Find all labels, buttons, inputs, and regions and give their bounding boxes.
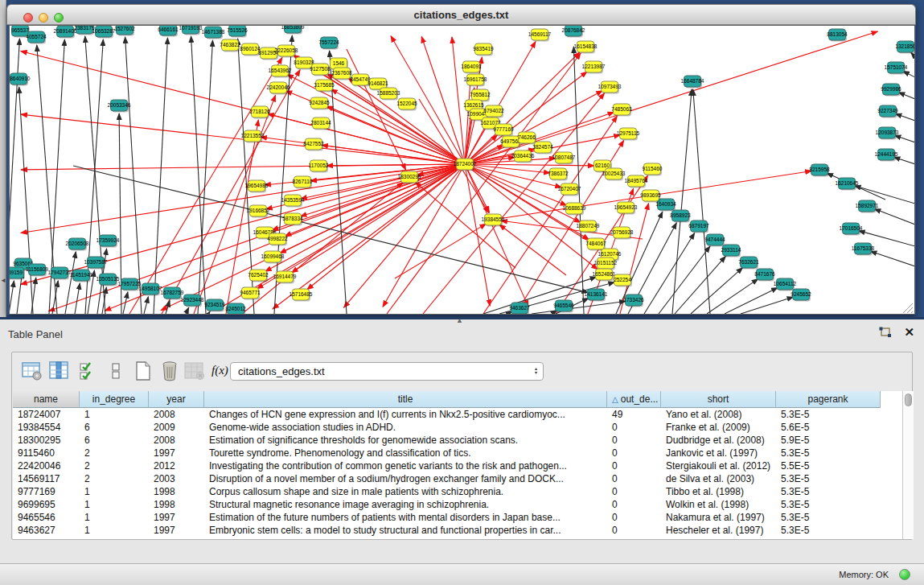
table-cell[interactable]: Tibbo et al. (1998): [661, 485, 776, 498]
table-cell[interactable]: Estimation of the future numbers of pati…: [204, 511, 607, 524]
graph-node-yellow[interactable]: 12213553: [241, 130, 265, 143]
graph-node-teal[interactable]: 9245652: [791, 289, 811, 302]
graph-node-teal[interactable]: 9929986: [881, 84, 901, 97]
table-cell[interactable]: Yano et al. (2008): [661, 408, 776, 421]
graph-node-yellow[interactable]: 7386372: [548, 168, 569, 181]
left-panel-collapse-strip[interactable]: ◄: [0, 0, 6, 319]
graph-node-teal[interactable]: 2933114: [721, 245, 741, 257]
table-cell[interactable]: Jankovic et al. (1997): [661, 447, 776, 459]
graph-node-yellow[interactable]: 5878334: [282, 213, 303, 226]
graph-node-teal[interactable]: 15751074: [885, 62, 908, 75]
float-panel-icon[interactable]: [878, 327, 893, 340]
column-header-short[interactable]: short: [661, 391, 776, 408]
graph-node-teal[interactable]: 9227349: [877, 105, 898, 118]
citation-edge-black[interactable]: [741, 297, 793, 314]
network-select-dropdown[interactable]: citations_edges.txt ▴▾: [230, 362, 544, 381]
table-cell[interactable]: 0: [607, 472, 661, 485]
table-cell[interactable]: 9777169: [13, 485, 80, 498]
graph-node-teal[interactable]: 39159: [10, 267, 25, 280]
graph-node-yellow[interactable]: 18724007: [454, 159, 477, 171]
graph-node-teal[interactable]: 6879197: [688, 220, 709, 233]
table-cell[interactable]: 6: [80, 421, 149, 434]
column-checklist-icon[interactable]: [78, 360, 99, 381]
column-header-in_degree[interactable]: in_degree: [80, 391, 149, 408]
table-cell[interactable]: 1: [80, 485, 149, 498]
table-cell[interactable]: 1: [80, 524, 149, 537]
table-cell[interactable]: 5.3E-5: [776, 447, 881, 459]
column-header-pagerank[interactable]: pagerank: [776, 391, 881, 408]
table-row[interactable]: 946554611997Estimation of the future num…: [13, 511, 902, 524]
graph-node-teal[interactable]: 12093873: [876, 127, 899, 140]
table-cell[interactable]: 0: [607, 447, 661, 459]
table-cell[interactable]: 5.5E-5: [776, 459, 881, 472]
table-cell[interactable]: 5.3E-5: [776, 511, 881, 524]
citation-edge-black[interactable]: [870, 251, 914, 266]
citation-edge-red[interactable]: [242, 182, 403, 314]
citation-edge-black[interactable]: [644, 233, 695, 314]
graph-node-teal[interactable]: 1733426: [623, 295, 644, 307]
table-cell[interactable]: 49: [607, 408, 661, 421]
graph-node-teal[interactable]: 14958107: [139, 283, 162, 296]
graph-node-teal[interactable]: 16853809: [281, 26, 305, 35]
table-cell[interactable]: 0: [607, 511, 661, 524]
column-header-title[interactable]: title: [204, 391, 607, 408]
graph-node-yellow[interactable]: 4998222: [267, 233, 288, 246]
table-cell[interactable]: 1: [80, 498, 149, 511]
graph-node-yellow[interactable]: 9893695: [640, 190, 661, 203]
table-cell[interactable]: Estimation of significance thresholds fo…: [204, 434, 607, 447]
table-cell[interactable]: 5.6E-5: [776, 421, 881, 434]
graph-node-yellow[interactable]: 9242845: [309, 97, 330, 110]
close-panel-icon[interactable]: ✕: [904, 325, 914, 340]
graph-node-yellow[interactable]: 8427552: [303, 138, 324, 151]
table-cell[interactable]: 1997: [149, 511, 204, 524]
graph-node-yellow[interactable]: 2803144: [310, 117, 331, 130]
graph-node-yellow[interactable]: 20364436: [511, 150, 535, 163]
table-cell[interactable]: 2: [80, 472, 149, 485]
graph-node-teal[interactable]: 16648784: [681, 76, 704, 89]
graph-node-yellow[interactable]: 19654985: [245, 180, 269, 193]
graph-node-yellow[interactable]: 16543962: [269, 65, 292, 78]
table-settings-icon[interactable]: [22, 360, 43, 381]
graph-node-yellow[interactable]: 10025433: [602, 168, 626, 181]
table-cell[interactable]: 2003: [149, 472, 204, 485]
graph-node-teal[interactable]: 8958923: [670, 210, 691, 223]
table-cell[interactable]: 9463627: [13, 524, 80, 537]
table-row[interactable]: 1830029562008Estimation of significance …: [13, 434, 902, 447]
citation-edge-red[interactable]: [326, 106, 465, 164]
network-canvas[interactable]: 1872400796553740557242089140623831791065…: [9, 25, 915, 315]
table-cell[interactable]: Stergiakouli et al. (2012): [661, 459, 776, 472]
table-cell[interactable]: 1: [80, 408, 149, 421]
table-cell[interactable]: 0: [607, 434, 661, 447]
graph-node-yellow[interactable]: 12975115: [617, 128, 640, 141]
table-cell[interactable]: de Silva et al. (2003): [661, 472, 776, 485]
graph-node-teal[interactable]: 4055724: [26, 31, 47, 44]
graph-node-yellow[interactable]: 6794022: [483, 105, 504, 118]
graph-node-teal[interactable]: 8215958: [809, 164, 830, 177]
table-cell[interactable]: 1: [80, 511, 149, 524]
table-cell[interactable]: 5.3E-5: [776, 408, 881, 421]
graph-node-yellow[interactable]: 15716485: [290, 289, 313, 302]
graph-node-teal[interactable]: 15892971: [856, 200, 879, 213]
table-cell[interactable]: 1998: [149, 498, 204, 511]
graph-node-yellow[interactable]: 7625402: [248, 270, 269, 282]
table-cell[interactable]: 2: [80, 459, 149, 472]
graph-node-teal[interactable]: 1527602: [114, 26, 135, 36]
table-cell[interactable]: 2008: [149, 408, 204, 421]
citation-edge-black[interactable]: [186, 307, 189, 314]
table-cell[interactable]: 0: [607, 498, 661, 511]
graph-node-yellow[interactable]: 20756928: [610, 227, 634, 240]
graph-node-teal[interactable]: 8471676: [754, 269, 775, 282]
citation-edge-red[interactable]: [465, 164, 594, 166]
table-cell[interactable]: 18300295: [13, 434, 80, 447]
table-cell[interactable]: Corpus callosum shape and size in male p…: [204, 485, 607, 498]
graph-node-yellow[interactable]: 16961758: [464, 74, 487, 87]
graph-node-teal[interactable]: 20053346: [108, 100, 131, 113]
citation-edge-black[interactable]: [75, 283, 80, 314]
citation-edge-black[interactable]: [198, 40, 212, 314]
graph-node-teal[interactable]: 17957225: [118, 278, 142, 291]
column-header-name[interactable]: name: [13, 391, 80, 408]
graph-node-yellow[interactable]: 16524861: [593, 269, 616, 282]
table-row[interactable]: 911546021997Tourette syndrome. Phenomeno…: [13, 447, 902, 459]
table-cell[interactable]: 2008: [149, 434, 204, 447]
graph-node-yellow[interactable]: 16720407: [558, 183, 581, 196]
